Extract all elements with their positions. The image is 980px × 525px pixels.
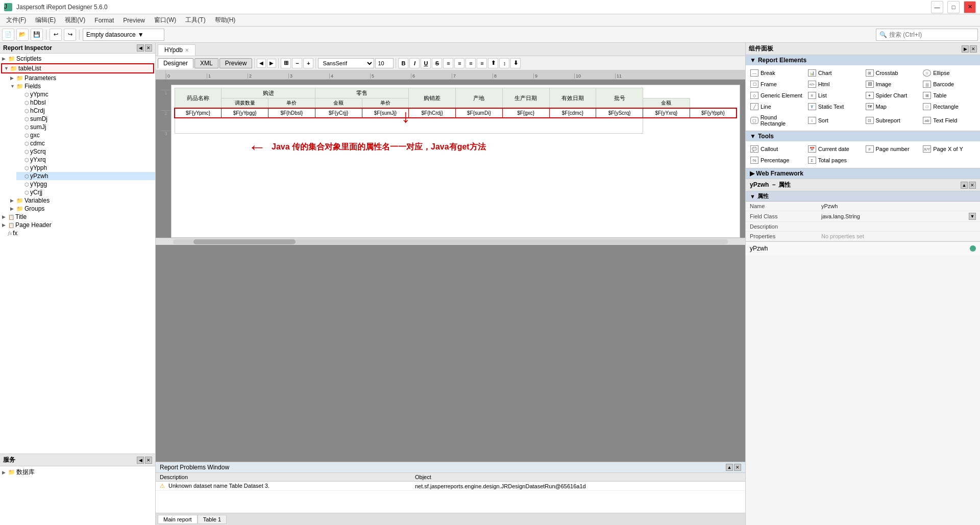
bottom-tab-main[interactable]: Main report <box>158 515 198 524</box>
tree-item-yscrq[interactable]: ⬡ yScrq <box>16 147 155 156</box>
tree-item-ypzwh[interactable]: ⬡ yPzwh <box>16 172 155 180</box>
component-subreport[interactable]: ⊡ Subreport <box>863 112 921 129</box>
menu-format[interactable]: Format <box>90 16 118 25</box>
tree-item-tablelist[interactable]: ▼ 📁 tableList <box>1 63 154 73</box>
tree-item-gxc[interactable]: ⬡ gxc <box>16 131 155 139</box>
problems-close-button[interactable]: ✕ <box>734 464 741 471</box>
valign-bottom-button[interactable]: ⬇ <box>510 58 521 68</box>
tool-total-pages[interactable]: Σ Total pages <box>805 155 863 166</box>
tree-item-database[interactable]: ▶ 📁 数据库 <box>0 467 155 477</box>
undo-button[interactable]: ↩ <box>50 29 62 41</box>
component-frame[interactable]: ☐ Frame <box>748 79 805 90</box>
panel-collapse-button[interactable]: ◀ <box>137 44 144 52</box>
datasource-dropdown[interactable]: Empty datasource ▼ <box>83 29 164 41</box>
font-family-select[interactable]: SansSerif <box>318 58 374 68</box>
tree-item-yypgg[interactable]: ⬡ yYpgg <box>16 180 155 188</box>
preview-tab[interactable]: Preview <box>219 58 253 68</box>
designer-tab[interactable]: Designer <box>158 58 193 68</box>
component-rectangle[interactable]: □ Rectangle <box>920 101 978 112</box>
tool-callout[interactable]: 💬 Callout <box>748 143 805 155</box>
zoom-out-button[interactable]: − <box>292 58 302 68</box>
tree-item-scriptlets[interactable]: ▶ 📁 Scriptlets <box>0 55 155 63</box>
tree-item-title[interactable]: ▶ 📋 Title <box>0 213 155 221</box>
zoom-fit-button[interactable]: ⊞ <box>281 58 291 68</box>
tree-item-groups[interactable]: ▶ 📁 Groups <box>8 205 155 213</box>
component-ellipse[interactable]: ○ Ellipse <box>920 67 978 79</box>
props-close-button[interactable]: ✕ <box>969 182 976 189</box>
open-button[interactable]: 📂 <box>16 29 29 41</box>
align-left-button[interactable]: ≡ <box>443 58 453 68</box>
right-panel-close-button[interactable]: ✕ <box>970 45 977 53</box>
new-button[interactable]: 📄 <box>2 29 14 41</box>
component-list[interactable]: ≡ List <box>805 90 863 101</box>
services-collapse-button[interactable]: ◀ <box>137 457 144 464</box>
problems-collapse-button[interactable]: ▲ <box>726 464 733 471</box>
xml-tab[interactable]: XML <box>194 58 218 68</box>
services-close-button[interactable]: ✕ <box>145 457 152 464</box>
component-textfield[interactable]: ab Text Field <box>920 112 978 129</box>
tab-hypdb[interactable]: HYpdb ✕ <box>158 44 195 56</box>
tree-item-ycrjj[interactable]: ⬡ yCrjj <box>16 188 155 196</box>
tree-item-sumjj[interactable]: ⬡ sumJj <box>16 123 155 131</box>
field-class-dropdown[interactable]: ▼ <box>969 213 976 220</box>
align-right-button[interactable]: ≡ <box>465 58 476 68</box>
right-panel-collapse-button[interactable]: ▶ <box>962 45 969 53</box>
menu-window[interactable]: 窗口(W) <box>150 15 180 26</box>
component-crosstab[interactable]: ⊞ Crosstab <box>863 67 921 79</box>
tree-item-cdmc[interactable]: ⬡ cdmc <box>16 139 155 147</box>
tree-item-pageheader[interactable]: ▶ 📋 Page Header <box>0 221 155 229</box>
bold-button[interactable]: B <box>398 58 408 68</box>
close-button[interactable]: ✕ <box>964 1 976 13</box>
component-table[interactable]: ⊞ Table <box>920 90 978 101</box>
tool-percentage[interactable]: % Percentage <box>748 155 805 166</box>
tree-item-fx[interactable]: 𝑓𝑥 fx <box>0 229 155 237</box>
component-barcode[interactable]: ||| Barcode <box>920 79 978 90</box>
tree-item-sumdj[interactable]: ⬡ sumDj <box>16 115 155 123</box>
align-center-button[interactable]: ≡ <box>454 58 464 68</box>
tree-item-parameters[interactable]: ▶ 📁 Parameters <box>8 74 155 82</box>
horizontal-scrollbar[interactable] <box>156 238 745 245</box>
underline-button[interactable]: U <box>421 58 431 68</box>
nav-right-button[interactable]: ▶ <box>267 59 276 68</box>
component-chart[interactable]: 📊 Chart <box>805 67 863 79</box>
tree-item-yypmc[interactable]: ⬡ yYpmc <box>16 90 155 98</box>
component-html[interactable]: </> Html <box>805 79 863 90</box>
tree-item-hdbsl[interactable]: ⬡ hDbsl <box>16 98 155 107</box>
component-round-rectangle[interactable]: ▢ Round Rectangle <box>748 112 805 129</box>
panel-close-button[interactable]: ✕ <box>145 44 152 52</box>
valign-top-button[interactable]: ⬆ <box>488 58 498 68</box>
menu-view[interactable]: 视图(V) <box>61 15 89 26</box>
search-box[interactable]: 🔍 <box>876 29 978 41</box>
maximize-button[interactable]: □ <box>947 1 960 13</box>
component-line[interactable]: ╱ Line <box>748 101 805 112</box>
tree-item-yyxrq[interactable]: ⬡ yYxrq <box>16 156 155 164</box>
minimize-button[interactable]: — <box>931 1 943 13</box>
tool-current-date[interactable]: 📅 Current date <box>805 143 863 155</box>
redo-button[interactable]: ↪ <box>64 29 76 41</box>
menu-help[interactable]: 帮助(H) <box>211 15 240 26</box>
tree-item-yypph[interactable]: ⬡ yYpph <box>16 164 155 172</box>
tab-close-button[interactable]: ✕ <box>185 47 189 53</box>
strikethrough-button[interactable]: S <box>432 58 442 68</box>
tool-page-number[interactable]: # Page number <box>863 143 921 155</box>
menu-edit[interactable]: 编辑(E) <box>31 15 60 26</box>
component-spider[interactable]: ✦ Spider Chart <box>863 90 921 101</box>
font-size-input[interactable] <box>375 58 394 68</box>
tree-item-fields[interactable]: ▼ 📁 Fields <box>8 82 155 90</box>
valign-middle-button[interactable]: ↕ <box>499 58 509 68</box>
component-generic[interactable]: ◇ Generic Element <box>748 90 805 101</box>
zoom-in-button[interactable]: + <box>303 58 313 68</box>
save-button[interactable]: 💾 <box>31 29 43 41</box>
tool-page-x-of-y[interactable]: X/Y Page X of Y <box>920 143 978 155</box>
align-justify-button[interactable]: ≡ <box>477 58 487 68</box>
search-input[interactable] <box>889 31 974 38</box>
tree-item-variables[interactable]: ▶ 📁 Variables <box>8 196 155 205</box>
component-sort[interactable]: ↕ Sort <box>805 112 863 129</box>
component-map[interactable]: 🗺 Map <box>863 101 921 112</box>
component-break[interactable]: — Break <box>748 67 805 79</box>
menu-preview[interactable]: Preview <box>119 16 149 25</box>
props-collapse-button[interactable]: ▲ <box>961 182 968 189</box>
canvas-wrapper[interactable]: 0 1 2 3 4 5 6 7 8 9 10 11 1 2 <box>156 70 745 462</box>
scroll-thumb[interactable] <box>193 239 296 244</box>
bottom-tab-table1[interactable]: Table 1 <box>198 515 227 524</box>
